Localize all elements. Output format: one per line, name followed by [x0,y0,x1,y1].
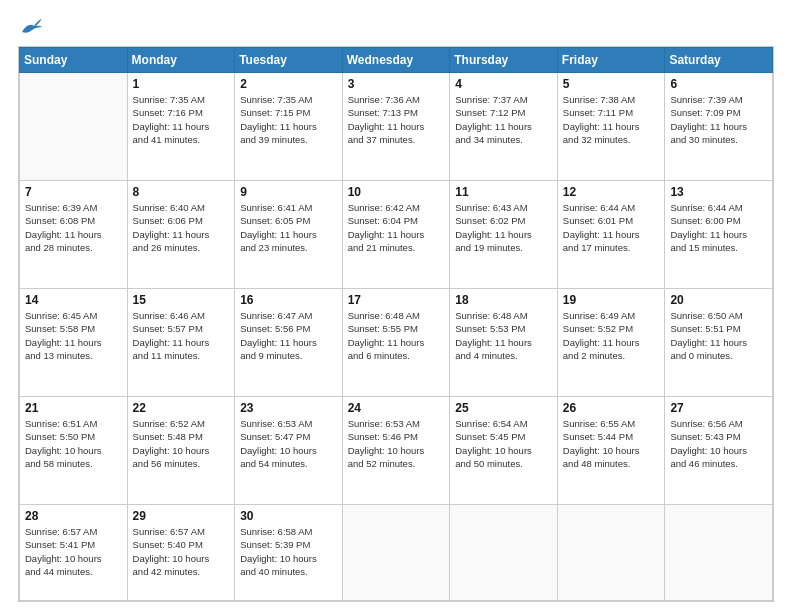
calendar-week-row: 21Sunrise: 6:51 AMSunset: 5:50 PMDayligh… [20,397,773,505]
day-info: Sunrise: 7:38 AMSunset: 7:11 PMDaylight:… [563,93,660,146]
calendar-cell: 15Sunrise: 6:46 AMSunset: 5:57 PMDayligh… [127,289,235,397]
day-info: Sunrise: 6:49 AMSunset: 5:52 PMDaylight:… [563,309,660,362]
calendar-cell [450,505,558,601]
day-number: 27 [670,401,767,415]
day-number: 10 [348,185,445,199]
day-info: Sunrise: 6:46 AMSunset: 5:57 PMDaylight:… [133,309,230,362]
calendar-week-row: 14Sunrise: 6:45 AMSunset: 5:58 PMDayligh… [20,289,773,397]
day-info: Sunrise: 6:44 AMSunset: 6:00 PMDaylight:… [670,201,767,254]
day-info: Sunrise: 7:36 AMSunset: 7:13 PMDaylight:… [348,93,445,146]
calendar-cell: 6Sunrise: 7:39 AMSunset: 7:09 PMDaylight… [665,73,773,181]
day-info: Sunrise: 6:50 AMSunset: 5:51 PMDaylight:… [670,309,767,362]
day-number: 23 [240,401,337,415]
page: SundayMondayTuesdayWednesdayThursdayFrid… [0,0,792,612]
day-number: 26 [563,401,660,415]
day-number: 6 [670,77,767,91]
day-number: 17 [348,293,445,307]
day-number: 4 [455,77,552,91]
header [18,18,774,36]
day-info: Sunrise: 7:35 AMSunset: 7:16 PMDaylight:… [133,93,230,146]
day-header-tuesday: Tuesday [235,48,343,73]
day-number: 7 [25,185,122,199]
calendar-cell: 5Sunrise: 7:38 AMSunset: 7:11 PMDaylight… [557,73,665,181]
calendar-cell: 28Sunrise: 6:57 AMSunset: 5:41 PMDayligh… [20,505,128,601]
calendar-cell: 19Sunrise: 6:49 AMSunset: 5:52 PMDayligh… [557,289,665,397]
day-number: 14 [25,293,122,307]
day-number: 3 [348,77,445,91]
day-info: Sunrise: 6:52 AMSunset: 5:48 PMDaylight:… [133,417,230,470]
calendar-cell: 1Sunrise: 7:35 AMSunset: 7:16 PMDaylight… [127,73,235,181]
day-number: 5 [563,77,660,91]
calendar-cell: 11Sunrise: 6:43 AMSunset: 6:02 PMDayligh… [450,181,558,289]
day-info: Sunrise: 6:39 AMSunset: 6:08 PMDaylight:… [25,201,122,254]
calendar-cell: 17Sunrise: 6:48 AMSunset: 5:55 PMDayligh… [342,289,450,397]
calendar-cell: 21Sunrise: 6:51 AMSunset: 5:50 PMDayligh… [20,397,128,505]
day-number: 29 [133,509,230,523]
calendar-week-row: 7Sunrise: 6:39 AMSunset: 6:08 PMDaylight… [20,181,773,289]
calendar-cell: 7Sunrise: 6:39 AMSunset: 6:08 PMDaylight… [20,181,128,289]
day-number: 25 [455,401,552,415]
day-number: 13 [670,185,767,199]
day-info: Sunrise: 6:51 AMSunset: 5:50 PMDaylight:… [25,417,122,470]
calendar-cell: 24Sunrise: 6:53 AMSunset: 5:46 PMDayligh… [342,397,450,505]
day-info: Sunrise: 6:57 AMSunset: 5:41 PMDaylight:… [25,525,122,578]
calendar-cell: 12Sunrise: 6:44 AMSunset: 6:01 PMDayligh… [557,181,665,289]
day-number: 21 [25,401,122,415]
calendar-cell: 29Sunrise: 6:57 AMSunset: 5:40 PMDayligh… [127,505,235,601]
calendar-cell: 2Sunrise: 7:35 AMSunset: 7:15 PMDaylight… [235,73,343,181]
day-info: Sunrise: 6:45 AMSunset: 5:58 PMDaylight:… [25,309,122,362]
day-number: 16 [240,293,337,307]
day-number: 24 [348,401,445,415]
day-number: 19 [563,293,660,307]
day-info: Sunrise: 6:42 AMSunset: 6:04 PMDaylight:… [348,201,445,254]
calendar: SundayMondayTuesdayWednesdayThursdayFrid… [18,46,774,602]
day-number: 11 [455,185,552,199]
calendar-cell [342,505,450,601]
calendar-cell: 20Sunrise: 6:50 AMSunset: 5:51 PMDayligh… [665,289,773,397]
day-header-thursday: Thursday [450,48,558,73]
day-info: Sunrise: 6:55 AMSunset: 5:44 PMDaylight:… [563,417,660,470]
day-header-wednesday: Wednesday [342,48,450,73]
calendar-header-row: SundayMondayTuesdayWednesdayThursdayFrid… [20,48,773,73]
day-number: 28 [25,509,122,523]
day-number: 8 [133,185,230,199]
day-info: Sunrise: 7:37 AMSunset: 7:12 PMDaylight:… [455,93,552,146]
calendar-cell: 4Sunrise: 7:37 AMSunset: 7:12 PMDaylight… [450,73,558,181]
calendar-cell: 13Sunrise: 6:44 AMSunset: 6:00 PMDayligh… [665,181,773,289]
day-info: Sunrise: 6:53 AMSunset: 5:47 PMDaylight:… [240,417,337,470]
day-info: Sunrise: 6:41 AMSunset: 6:05 PMDaylight:… [240,201,337,254]
calendar-cell [665,505,773,601]
day-number: 2 [240,77,337,91]
day-number: 30 [240,509,337,523]
day-info: Sunrise: 6:48 AMSunset: 5:53 PMDaylight:… [455,309,552,362]
calendar-week-row: 28Sunrise: 6:57 AMSunset: 5:41 PMDayligh… [20,505,773,601]
calendar-cell [20,73,128,181]
day-info: Sunrise: 6:53 AMSunset: 5:46 PMDaylight:… [348,417,445,470]
logo-bird-icon [20,18,42,36]
day-info: Sunrise: 6:58 AMSunset: 5:39 PMDaylight:… [240,525,337,578]
day-number: 22 [133,401,230,415]
calendar-cell: 26Sunrise: 6:55 AMSunset: 5:44 PMDayligh… [557,397,665,505]
day-info: Sunrise: 6:57 AMSunset: 5:40 PMDaylight:… [133,525,230,578]
calendar-cell: 14Sunrise: 6:45 AMSunset: 5:58 PMDayligh… [20,289,128,397]
calendar-cell: 30Sunrise: 6:58 AMSunset: 5:39 PMDayligh… [235,505,343,601]
calendar-week-row: 1Sunrise: 7:35 AMSunset: 7:16 PMDaylight… [20,73,773,181]
day-info: Sunrise: 6:56 AMSunset: 5:43 PMDaylight:… [670,417,767,470]
calendar-cell [557,505,665,601]
calendar-cell: 9Sunrise: 6:41 AMSunset: 6:05 PMDaylight… [235,181,343,289]
day-info: Sunrise: 7:35 AMSunset: 7:15 PMDaylight:… [240,93,337,146]
day-info: Sunrise: 6:47 AMSunset: 5:56 PMDaylight:… [240,309,337,362]
calendar-cell: 23Sunrise: 6:53 AMSunset: 5:47 PMDayligh… [235,397,343,505]
day-info: Sunrise: 6:54 AMSunset: 5:45 PMDaylight:… [455,417,552,470]
day-header-sunday: Sunday [20,48,128,73]
day-header-friday: Friday [557,48,665,73]
day-info: Sunrise: 7:39 AMSunset: 7:09 PMDaylight:… [670,93,767,146]
calendar-cell: 3Sunrise: 7:36 AMSunset: 7:13 PMDaylight… [342,73,450,181]
day-number: 12 [563,185,660,199]
calendar-cell: 22Sunrise: 6:52 AMSunset: 5:48 PMDayligh… [127,397,235,505]
day-header-saturday: Saturday [665,48,773,73]
day-header-monday: Monday [127,48,235,73]
day-info: Sunrise: 6:43 AMSunset: 6:02 PMDaylight:… [455,201,552,254]
day-number: 9 [240,185,337,199]
day-number: 1 [133,77,230,91]
